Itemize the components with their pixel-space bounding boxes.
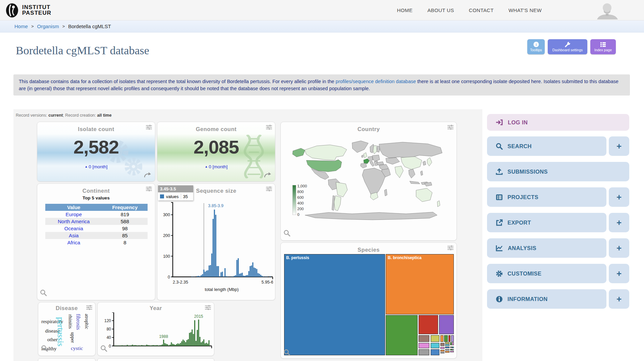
wordcloud-word[interactable]: atrophic (84, 314, 89, 329)
continent-value-link[interactable]: Oceania (64, 226, 83, 231)
login-button[interactable]: LOG IN (487, 114, 629, 131)
map-country[interactable] (395, 166, 403, 178)
analysis-expand-button[interactable]: + (609, 238, 629, 258)
treemap-tile[interactable] (431, 349, 439, 355)
map-country[interactable] (334, 196, 341, 211)
map-country[interactable] (292, 148, 305, 157)
card-settings-icon[interactable] (266, 124, 272, 131)
card-settings-icon[interactable] (266, 186, 272, 193)
map-country[interactable] (364, 159, 369, 164)
card-settings-icon[interactable] (146, 186, 152, 193)
institut-pasteur-logo[interactable]: INSTITUT PASTEUR (5, 3, 51, 18)
treemap-tile[interactable] (419, 315, 438, 334)
treemap-tile[interactable] (439, 315, 454, 334)
treemap-tile[interactable] (451, 335, 454, 342)
treemap-tile[interactable] (450, 351, 454, 352)
card-settings-icon[interactable] (146, 124, 152, 131)
card-settings-icon[interactable] (447, 245, 454, 252)
treemap-tile[interactable] (440, 352, 444, 354)
information-expand-button[interactable]: + (609, 289, 629, 309)
treemap-tile[interactable] (440, 347, 444, 349)
map-country[interactable] (305, 212, 437, 220)
map-country[interactable] (332, 196, 335, 210)
nav-contact[interactable]: CONTACT (469, 7, 494, 13)
sidebar-item-customise[interactable]: CUSTOMISE (487, 264, 606, 283)
map-country[interactable] (410, 181, 420, 184)
explore-magnifier-icon[interactable] (283, 230, 291, 238)
map-country[interactable] (306, 160, 341, 172)
tooltips-button[interactable]: i Tooltips (527, 39, 545, 54)
treemap-tile[interactable] (450, 342, 452, 345)
continent-value-link[interactable]: Europe (66, 212, 82, 217)
wordcloud-word[interactable]: rhinitis (67, 314, 73, 329)
seqdef-database-link[interactable]: profiles/sequence definition database (336, 79, 416, 84)
treemap-tile[interactable] (431, 343, 439, 349)
map-country[interactable] (379, 142, 442, 158)
explore-magnifier-icon[interactable] (100, 345, 108, 354)
sidebar-item-export[interactable]: EXPORT (487, 213, 606, 232)
treemap-tile[interactable] (419, 343, 429, 349)
map-country[interactable] (384, 189, 387, 196)
treemap-tile[interactable] (445, 342, 449, 344)
map-country[interactable] (427, 158, 432, 166)
export-expand-button[interactable]: + (609, 213, 629, 232)
nav-whats-new[interactable]: WHAT'S NEW (508, 7, 542, 13)
treemap-tile[interactable] (419, 335, 429, 342)
index-page-button[interactable]: Index page (590, 39, 616, 54)
continent-value-link[interactable]: North America (58, 219, 90, 224)
treemap-tile[interactable] (440, 343, 444, 346)
treemap-tile[interactable] (452, 347, 454, 348)
treemap-tile[interactable] (419, 349, 429, 355)
map-country[interactable] (305, 145, 346, 160)
world-choropleth-map[interactable]: 1,0008006004002000 (285, 135, 453, 229)
breadcrumb-organism[interactable]: Organism (37, 23, 59, 29)
treemap-tile[interactable] (440, 335, 443, 342)
treemap-tile[interactable] (440, 350, 444, 352)
nav-about-us[interactable]: ABOUT US (427, 7, 454, 13)
map-country[interactable] (336, 182, 347, 197)
treemap-tile[interactable] (445, 349, 449, 351)
dashboard-settings-button[interactable]: Dashboard settings (548, 39, 587, 54)
sidebar-item-analysis[interactable]: ANALYSIS (487, 238, 606, 258)
map-country[interactable] (373, 145, 377, 154)
wordcloud-word[interactable]: other (47, 337, 58, 343)
explore-arrow-icon[interactable] (144, 172, 152, 179)
continent-value-link[interactable]: Asia (69, 233, 78, 238)
treemap-tile[interactable]: B. bronchiseptica (386, 254, 454, 314)
treemap-tile[interactable] (452, 349, 454, 351)
map-country[interactable] (401, 157, 422, 169)
map-country[interactable] (416, 188, 432, 202)
treemap-tile[interactable] (444, 335, 448, 342)
treemap-tile[interactable] (452, 342, 454, 345)
explore-arrow-icon[interactable] (264, 172, 272, 179)
card-settings-icon[interactable] (86, 305, 93, 312)
wordcloud-word[interactable]: cystic (71, 345, 83, 351)
map-country[interactable] (370, 161, 374, 166)
map-country[interactable] (421, 171, 423, 175)
explore-magnifier-icon[interactable] (41, 345, 48, 354)
sidebar-item-projects[interactable]: PROJECTS (487, 187, 606, 207)
treemap-tile[interactable] (445, 344, 449, 346)
map-country[interactable] (352, 141, 368, 153)
treemap-tile[interactable]: B. pertussis (284, 254, 385, 355)
map-country[interactable] (409, 169, 415, 178)
map-country[interactable] (362, 168, 385, 195)
customise-expand-button[interactable]: + (609, 264, 629, 283)
map-country[interactable] (423, 161, 426, 165)
map-country[interactable] (437, 201, 440, 207)
nav-home[interactable]: HOME (397, 7, 413, 13)
map-country[interactable] (364, 153, 367, 158)
treemap-tile[interactable] (431, 335, 439, 342)
sidebar-item-search[interactable]: SEARCH (487, 136, 606, 156)
map-country[interactable] (372, 155, 380, 161)
breadcrumb-home[interactable]: Home (14, 23, 28, 29)
treemap-tile[interactable] (445, 351, 449, 352)
map-country[interactable] (362, 155, 363, 157)
explore-magnifier-icon[interactable] (283, 349, 291, 358)
sidebar-item-submissions[interactable]: SUBMISSIONS (487, 162, 629, 181)
wordcloud-word[interactable]: upper (70, 332, 75, 343)
treemap-tile[interactable] (448, 335, 450, 342)
projects-expand-button[interactable]: + (609, 187, 629, 207)
treemap-tile[interactable] (386, 315, 418, 355)
continent-value-link[interactable]: Africa (67, 240, 80, 245)
